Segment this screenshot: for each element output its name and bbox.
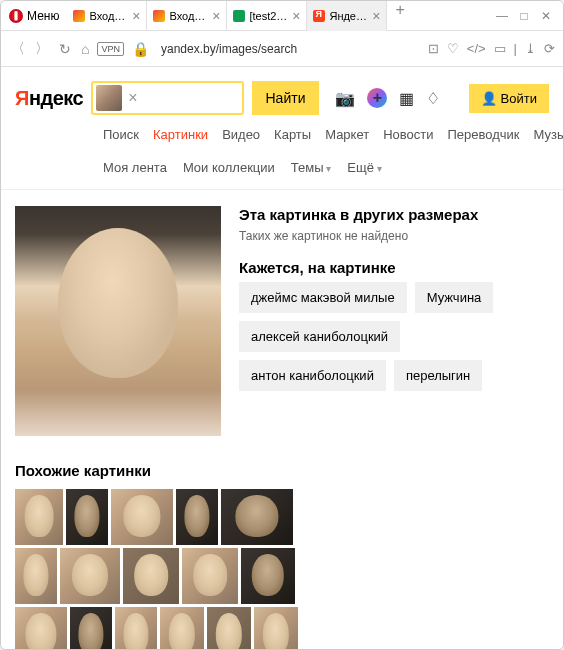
url-field[interactable]: yandex.by/images/search <box>157 42 422 56</box>
new-tab-button[interactable]: + <box>387 1 412 31</box>
tab-active[interactable]: Яндекс.Кар × <box>307 1 387 31</box>
gmail-icon <box>73 10 85 22</box>
browser-menu-button[interactable]: Меню <box>1 5 67 27</box>
page-info-icon[interactable]: ⊡ <box>428 41 439 56</box>
reload-icon[interactable]: ↻ <box>57 39 73 59</box>
heart-icon[interactable]: ♡ <box>447 41 459 56</box>
subnav-feed[interactable]: Моя лента <box>103 160 167 175</box>
search-button[interactable]: Найти <box>252 81 320 115</box>
page-content: Яндекс × Найти 📷 + ▦ ♢ 👤 Войти Поиск Кар… <box>1 67 563 649</box>
yandex-header: Яндекс × Найти 📷 + ▦ ♢ 👤 Войти <box>1 67 563 123</box>
tab-title: [test2] Mail <box>249 10 288 22</box>
service-link[interactable]: Музыка <box>534 127 563 142</box>
tab-title: Входящие ( <box>169 10 208 22</box>
service-nav: Поиск Картинки Видео Карты Маркет Новост… <box>1 123 563 150</box>
looks-like-heading: Кажется, на картинке <box>239 259 549 276</box>
close-tab-icon[interactable]: × <box>212 8 220 24</box>
search-box: × <box>91 81 243 115</box>
similar-thumb[interactable] <box>66 489 108 545</box>
login-button[interactable]: 👤 Войти <box>469 84 549 113</box>
user-icon: 👤 <box>481 91 497 106</box>
titlebar: Меню Входящие - × Входящие ( × [test2] M… <box>1 1 563 31</box>
similar-thumb[interactable] <box>207 607 251 649</box>
address-bar: 〈 〉 ↻ ⌂ VPN 🔒 yandex.by/images/search ⊡ … <box>1 31 563 67</box>
search-image-thumb[interactable] <box>96 85 122 111</box>
similar-thumb[interactable] <box>160 607 204 649</box>
tab[interactable]: Входящие - × <box>67 1 147 31</box>
service-link[interactable]: Маркет <box>325 127 369 142</box>
download-icon[interactable]: ⤓ <box>525 41 536 56</box>
tab-title: Входящие - <box>89 10 128 22</box>
tab[interactable]: [test2] Mail × <box>227 1 307 31</box>
gmail-icon <box>153 10 165 22</box>
opera-icon <box>9 9 23 23</box>
other-sizes-text: Таких же картинок не найдено <box>239 229 549 243</box>
suggestion-tags: джеймс макэвой милые Мужчина алексей кан… <box>239 282 549 391</box>
service-link-active[interactable]: Картинки <box>153 127 208 142</box>
similar-grid <box>15 489 549 649</box>
shield-icon[interactable]: ♢ <box>426 89 440 108</box>
sync-icon[interactable]: ⟳ <box>544 41 555 56</box>
logo-rest: ндекс <box>29 87 83 109</box>
similar-thumb[interactable] <box>15 489 63 545</box>
plus-icon[interactable]: + <box>367 88 387 108</box>
tab[interactable]: Входящие ( × <box>147 1 227 31</box>
similar-thumb[interactable] <box>111 489 173 545</box>
tag[interactable]: антон каниболоцкий <box>239 360 386 391</box>
service-link[interactable]: Карты <box>274 127 311 142</box>
search-input[interactable] <box>142 83 242 113</box>
logo-prefix: Я <box>15 87 29 109</box>
home-icon[interactable]: ⌂ <box>79 39 91 59</box>
header-actions: 📷 + ▦ ♢ <box>335 88 440 108</box>
vpn-badge[interactable]: VPN <box>97 42 124 56</box>
images-subnav: Моя лента Мои коллекции Темы Ещё <box>1 150 563 190</box>
service-link[interactable]: Новости <box>383 127 433 142</box>
tag[interactable]: перелыгин <box>394 360 482 391</box>
tag[interactable]: алексей каниболоцкий <box>239 321 400 352</box>
close-tab-icon[interactable]: × <box>372 8 380 24</box>
similar-thumb[interactable] <box>70 607 112 649</box>
close-window-icon[interactable]: ✕ <box>539 9 553 23</box>
close-tab-icon[interactable]: × <box>132 8 140 24</box>
subnav-themes[interactable]: Темы <box>291 160 332 175</box>
bookmark-icon[interactable]: ▭ <box>494 41 506 56</box>
forward-icon[interactable]: 〉 <box>33 38 51 60</box>
devtools-icon[interactable]: </> <box>467 41 486 56</box>
subnav-collections[interactable]: Мои коллекции <box>183 160 275 175</box>
similar-thumb[interactable] <box>221 489 293 545</box>
similar-thumb[interactable] <box>60 548 120 604</box>
service-link[interactable]: Поиск <box>103 127 139 142</box>
tag[interactable]: джеймс макэвой милые <box>239 282 407 313</box>
tag[interactable]: Мужчина <box>415 282 494 313</box>
similar-thumb[interactable] <box>254 607 298 649</box>
similar-thumb[interactable] <box>241 548 295 604</box>
clear-image-icon[interactable]: × <box>124 89 141 107</box>
maximize-icon[interactable]: □ <box>517 9 531 23</box>
similar-thumb[interactable] <box>123 548 179 604</box>
similar-thumb[interactable] <box>182 548 238 604</box>
similar-section: Похожие картинки <box>1 452 563 649</box>
sheets-icon <box>233 10 245 22</box>
minimize-icon[interactable]: — <box>495 9 509 23</box>
tab-title: Яндекс.Кар <box>329 10 368 22</box>
service-link[interactable]: Переводчик <box>448 127 520 142</box>
result-photo[interactable] <box>15 206 221 436</box>
similar-thumb[interactable] <box>115 607 157 649</box>
address-bar-actions: ⊡ ♡ </> ▭ | ⤓ ⟳ <box>428 41 555 56</box>
back-icon[interactable]: 〈 <box>9 38 27 60</box>
lock-icon: 🔒 <box>130 39 151 59</box>
login-label: Войти <box>501 91 537 106</box>
window-controls: — □ ✕ <box>485 9 563 23</box>
collections-icon[interactable]: ▦ <box>399 89 414 108</box>
similar-thumb[interactable] <box>15 607 67 649</box>
subnav-more[interactable]: Ещё <box>347 160 381 175</box>
similar-thumb[interactable] <box>176 489 218 545</box>
similar-thumb[interactable] <box>15 548 57 604</box>
camera-icon[interactable]: 📷 <box>335 89 355 108</box>
yandex-icon <box>313 10 325 22</box>
similar-heading: Похожие картинки <box>15 462 549 479</box>
service-link[interactable]: Видео <box>222 127 260 142</box>
yandex-logo[interactable]: Яндекс <box>15 87 83 110</box>
close-tab-icon[interactable]: × <box>292 8 300 24</box>
divider: | <box>514 41 517 56</box>
